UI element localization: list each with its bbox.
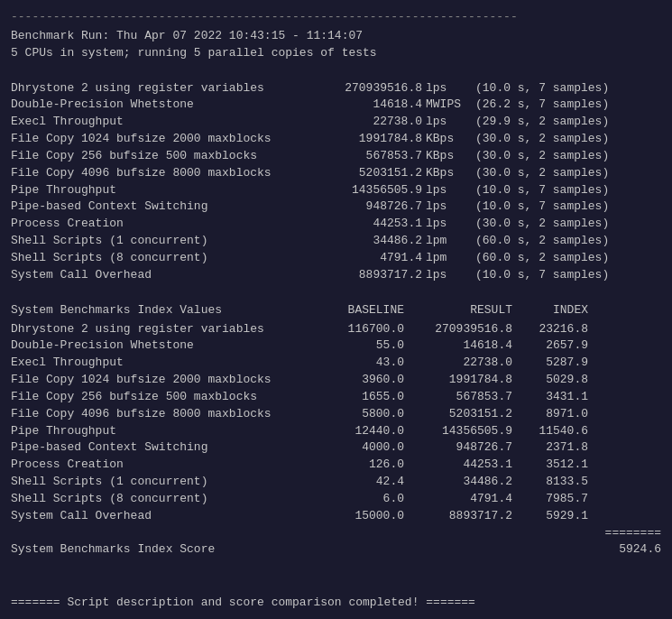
td-result: 1991784.8 [408,372,516,389]
td-baseline: 6.0 [318,491,408,508]
td-index: 3512.1 [516,457,588,474]
raw-value: 14356505.9 [318,182,426,199]
raw-label: Process Creation [11,216,318,233]
table-row: Pipe-based Context Switching4000.0948726… [11,439,661,457]
raw-unit: lpm [426,250,475,267]
td-index: 5029.8 [516,372,588,389]
raw-unit: lps [426,80,475,97]
raw-unit: KBps [426,148,475,165]
th-label: System Benchmarks Index Values [11,302,318,319]
raw-label: Dhrystone 2 using register variables [11,80,318,97]
td-label: File Copy 1024 bufsize 2000 maxblocks [11,372,318,389]
td-index: 5929.1 [516,508,588,525]
table-row: Execl Throughput43.022738.05287.9 [11,355,661,372]
th-index: INDEX [516,302,588,319]
raw-extra: (26.2 s, 7 samples) [475,97,609,114]
raw-unit: lps [426,182,475,199]
td-baseline: 116700.0 [318,321,408,338]
raw-value: 5203151.2 [318,165,426,182]
raw-value: 14618.4 [318,97,426,114]
td-baseline: 3960.0 [318,372,408,389]
raw-result-row: Pipe Throughput14356505.9lps(10.0 s, 7 s… [11,182,661,199]
raw-value: 8893717.2 [318,267,426,284]
raw-label: Double-Precision Whetstone [11,97,318,114]
td-label: Execl Throughput [11,355,318,372]
td-baseline: 1655.0 [318,389,408,406]
td-result: 4791.4 [408,491,516,508]
raw-value: 44253.1 [318,216,426,233]
raw-result-row: Double-Precision Whetstone14618.4MWIPS(2… [11,97,661,114]
td-baseline: 43.0 [318,355,408,372]
raw-extra: (30.0 s, 2 samples) [475,165,609,182]
raw-unit: KBps [426,131,475,148]
td-result: 14618.4 [408,337,516,355]
raw-result-row: File Copy 256 bufsize 500 maxblocks56785… [11,148,661,165]
equals-separator: ======== [11,525,661,542]
table-header-row: System Benchmarks Index ValuesBASELINERE… [11,302,661,319]
td-label: Double-Precision Whetstone [11,337,318,355]
raw-extra: (30.0 s, 2 samples) [475,216,609,233]
td-label: Dhrystone 2 using register variables [11,321,318,338]
td-result: 567853.7 [408,389,516,406]
raw-unit: MWIPS [426,97,475,114]
table-row: Shell Scripts (8 concurrent)6.04791.4798… [11,491,661,508]
raw-extra: (29.9 s, 2 samples) [475,114,609,131]
td-result: 8893717.2 [408,508,516,525]
final-line: ======= Script description and score com… [11,595,661,612]
benchmark-run-line: Benchmark Run: Thu Apr 07 2022 10:43:15 … [11,28,661,45]
raw-label: Pipe Throughput [11,182,318,199]
raw-value: 4791.4 [318,250,426,267]
cpu-info-line: 5 CPUs in system; running 5 parallel cop… [11,45,661,62]
raw-value: 1991784.8 [318,131,426,148]
table-row: Shell Scripts (1 concurrent)42.434486.28… [11,474,661,491]
raw-unit: KBps [426,165,475,182]
raw-extra: (30.0 s, 2 samples) [475,131,609,148]
td-baseline: 126.0 [318,457,408,474]
raw-extra: (60.0 s, 2 samples) [475,233,609,250]
raw-extra: (30.0 s, 2 samples) [475,148,609,165]
td-index: 5287.9 [516,355,588,372]
raw-result-row: File Copy 4096 bufsize 8000 maxblocks520… [11,165,661,182]
raw-value: 270939516.8 [318,80,426,97]
raw-value: 22738.0 [318,114,426,131]
td-index: 2371.8 [516,439,588,457]
th-result: RESULT [408,302,516,319]
td-label: Shell Scripts (8 concurrent) [11,491,318,508]
raw-results-section: Dhrystone 2 using register variables2709… [11,80,661,284]
raw-extra: (60.0 s, 2 samples) [475,250,609,267]
td-index: 2657.9 [516,337,588,355]
td-baseline: 12440.0 [318,423,408,440]
table-row: File Copy 256 bufsize 500 maxblocks1655.… [11,389,661,406]
td-index: 3431.1 [516,389,588,406]
table-row: Pipe Throughput12440.014356505.911540.6 [11,423,661,440]
raw-unit: lpm [426,233,475,250]
raw-result-row: Execl Throughput22738.0lps(29.9 s, 2 sam… [11,114,661,131]
td-baseline: 15000.0 [318,508,408,525]
td-result: 22738.0 [408,355,516,372]
td-label: File Copy 256 bufsize 500 maxblocks [11,389,318,406]
raw-label: Pipe-based Context Switching [11,199,318,216]
td-result: 34486.2 [408,474,516,491]
raw-result-row: Dhrystone 2 using register variables2709… [11,80,661,97]
td-result: 270939516.8 [408,321,516,338]
raw-result-row: File Copy 1024 bufsize 2000 maxblocks199… [11,131,661,148]
raw-label: Shell Scripts (8 concurrent) [11,250,318,267]
raw-value: 948726.7 [318,199,426,216]
td-result: 44253.1 [408,457,516,474]
raw-unit: lps [426,216,475,233]
td-result: 948726.7 [408,439,516,457]
raw-unit: lps [426,199,475,216]
th-baseline: BASELINE [318,302,408,319]
separator-top: ----------------------------------------… [11,9,661,26]
score-row: System Benchmarks Index Score5924.6 [11,541,661,559]
score-value: 5924.6 [589,541,661,559]
index-table-section: System Benchmarks Index ValuesBASELINERE… [11,302,661,559]
td-index: 8971.0 [516,406,588,423]
td-baseline: 55.0 [318,337,408,355]
td-baseline: 5800.0 [318,406,408,423]
td-label: Shell Scripts (1 concurrent) [11,474,318,491]
td-label: System Call Overhead [11,508,318,525]
td-baseline: 4000.0 [318,439,408,457]
td-result: 5203151.2 [408,406,516,423]
raw-label: System Call Overhead [11,267,318,284]
